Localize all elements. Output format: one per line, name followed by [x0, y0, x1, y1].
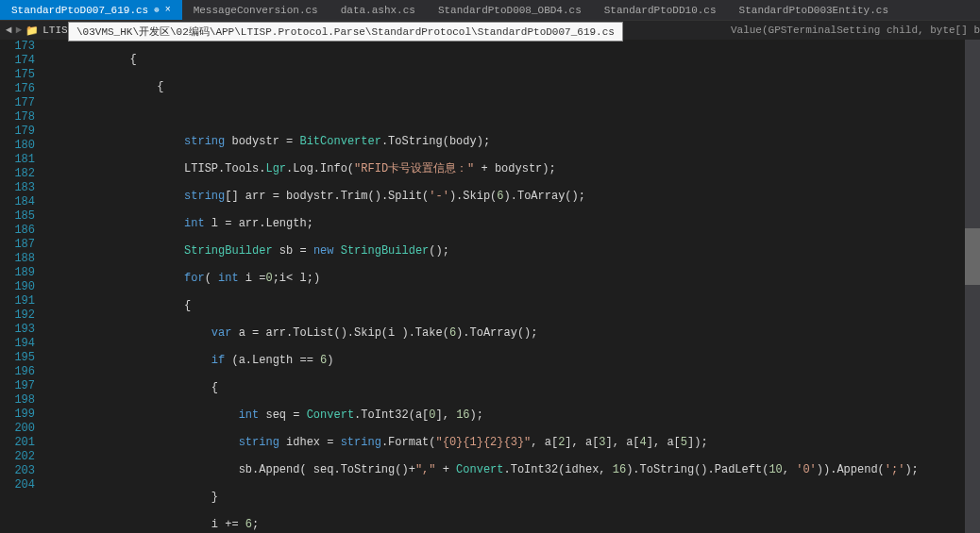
scrollbar-thumb[interactable]	[965, 228, 980, 285]
close-icon[interactable]: ×	[165, 5, 171, 15]
pin-icon[interactable]: ⊕	[154, 5, 159, 15]
tab-bar: StandardPtoD007_619.cs ⊕ × MessageConver…	[0, 0, 980, 21]
tab[interactable]: data.ashx.cs	[329, 0, 427, 20]
code-editor[interactable]: 1731741751761771781791801811821831841851…	[0, 40, 980, 533]
tab-label: StandardPtoD007_619.cs	[11, 5, 148, 16]
tab[interactable]: StandardPtoD008_OBD4.cs	[427, 0, 593, 20]
project-icon: 📁	[25, 25, 39, 37]
tab[interactable]: MessageConversion.cs	[182, 0, 329, 20]
vertical-scrollbar[interactable]	[965, 40, 980, 533]
nav-fwd-icon[interactable]: ►	[16, 25, 23, 36]
line-gutter: 1731741751761771781791801811821831841851…	[0, 40, 42, 533]
tab[interactable]: StandardPtoDD10.cs	[593, 0, 728, 20]
tab-active[interactable]: StandardPtoD007_619.cs ⊕ ×	[0, 0, 182, 20]
nav-back-icon[interactable]: ◄	[6, 25, 12, 36]
code-area[interactable]: { { string bodystr = BitConverter.ToStri…	[42, 40, 965, 533]
tab[interactable]: StandardPtoD003Entity.cs	[728, 0, 900, 20]
breadcrumb-method[interactable]: Value(GPSTerminalSetting child, byte[] b	[731, 25, 980, 36]
path-tooltip: \03VMS_HK\开发区\02编码\APP\LTISP.Protocol.Pa…	[68, 22, 623, 42]
breadcrumb: ◄ ► 📁 LTISP \03VMS_HK\开发区\02编码\APP\LTISP…	[0, 21, 980, 40]
